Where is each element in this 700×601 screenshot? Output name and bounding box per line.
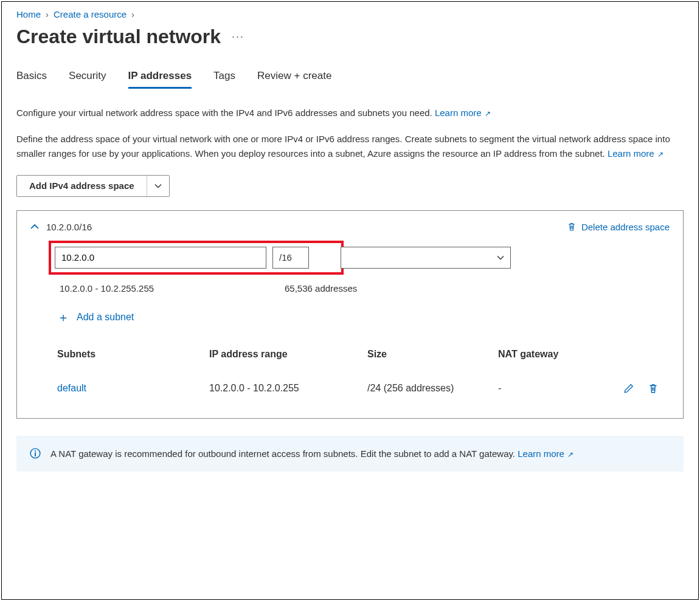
external-link-icon: ↗ bbox=[566, 450, 574, 459]
chevron-up-icon bbox=[30, 222, 39, 231]
delete-address-space-button[interactable]: Delete address space bbox=[567, 222, 670, 232]
table-row: default 10.2.0.0 - 10.2.0.255 /24 (256 a… bbox=[57, 372, 670, 405]
breadcrumb-create-resource[interactable]: Create a resource bbox=[54, 9, 126, 19]
subnet-size: /24 (256 addresses) bbox=[367, 383, 498, 394]
svg-rect-2 bbox=[35, 452, 36, 456]
highlighted-inputs: /16 bbox=[49, 241, 344, 275]
info-learn-more-link[interactable]: Learn more ↗ bbox=[518, 448, 574, 459]
subnet-name-link[interactable]: default bbox=[57, 383, 209, 394]
chevron-down-icon bbox=[497, 254, 504, 261]
tab-tags[interactable]: Tags bbox=[213, 70, 235, 89]
add-subnet-button[interactable]: ＋ Add a subnet bbox=[57, 309, 670, 326]
info-icon bbox=[30, 448, 41, 461]
cidr-prefix-display: /16 bbox=[272, 247, 309, 269]
tab-basics[interactable]: Basics bbox=[16, 70, 47, 89]
col-nat: NAT gateway bbox=[498, 349, 601, 360]
pencil-icon bbox=[623, 383, 634, 394]
chevron-down-icon bbox=[154, 182, 162, 190]
cidr-select[interactable] bbox=[341, 247, 511, 269]
trash-icon bbox=[648, 383, 659, 394]
address-count-text: 65,536 addresses bbox=[285, 283, 357, 294]
col-size: Size bbox=[367, 349, 498, 360]
tab-ip-addresses[interactable]: IP addresses bbox=[128, 70, 192, 89]
learn-more-link-1[interactable]: Learn more ↗ bbox=[435, 108, 491, 118]
external-link-icon: ↗ bbox=[483, 109, 491, 118]
address-input[interactable] bbox=[55, 247, 266, 269]
delete-subnet-button[interactable] bbox=[648, 383, 659, 394]
subnets-table: Subnets IP address range Size NAT gatewa… bbox=[57, 349, 670, 405]
table-header: Subnets IP address range Size NAT gatewa… bbox=[57, 349, 670, 372]
chevron-right-icon: › bbox=[131, 9, 134, 19]
intro-text-1: Configure your virtual network address s… bbox=[16, 106, 684, 120]
chevron-right-icon: › bbox=[46, 9, 49, 19]
intro-text-2: Define the address space of your virtual… bbox=[16, 132, 684, 160]
address-space-title: 10.2.0.0/16 bbox=[46, 222, 92, 232]
external-link-icon: ↗ bbox=[656, 150, 664, 159]
add-button-split[interactable] bbox=[147, 176, 169, 196]
page-title: Create virtual network bbox=[16, 26, 221, 48]
trash-icon bbox=[567, 222, 577, 232]
address-range-text: 10.2.0.0 - 10.2.255.255 bbox=[60, 283, 285, 294]
breadcrumb-home[interactable]: Home bbox=[16, 9, 41, 19]
subnet-range: 10.2.0.0 - 10.2.0.255 bbox=[209, 383, 367, 394]
info-text: A NAT gateway is recommended for outboun… bbox=[50, 448, 515, 459]
address-space-card: 10.2.0.0/16 Delete address space /16 10.… bbox=[16, 210, 684, 419]
learn-more-link-2[interactable]: Learn more ↗ bbox=[608, 148, 664, 159]
collapse-toggle[interactable] bbox=[30, 222, 39, 231]
edit-subnet-button[interactable] bbox=[623, 383, 634, 394]
col-subnets: Subnets bbox=[57, 349, 209, 360]
col-range: IP address range bbox=[209, 349, 367, 360]
add-button-label: Add IPv4 address space bbox=[17, 176, 147, 196]
tabs: Basics Security IP addresses Tags Review… bbox=[16, 70, 684, 89]
svg-point-1 bbox=[35, 450, 36, 452]
tab-review-create[interactable]: Review + create bbox=[257, 70, 331, 89]
plus-icon: ＋ bbox=[57, 309, 69, 326]
subnet-nat: - bbox=[498, 383, 601, 394]
info-banner: A NAT gateway is recommended for outboun… bbox=[16, 436, 684, 472]
more-actions-button[interactable]: ··· bbox=[232, 30, 244, 43]
tab-security[interactable]: Security bbox=[69, 70, 106, 89]
breadcrumb: Home › Create a resource › bbox=[16, 9, 684, 19]
add-ipv4-address-space-button[interactable]: Add IPv4 address space bbox=[16, 175, 170, 197]
